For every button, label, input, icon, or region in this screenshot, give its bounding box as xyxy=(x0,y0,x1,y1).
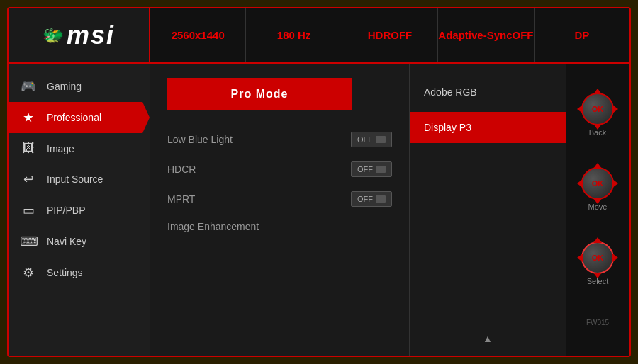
pro-mode-button[interactable]: Pro Mode xyxy=(167,78,352,110)
professional-icon: ★ xyxy=(20,110,37,125)
resolution-stat: 2560x1440 xyxy=(150,8,246,62)
toggle-indicator xyxy=(376,136,386,143)
input-source-icon: ↩ xyxy=(20,171,37,187)
scroll-up-arrow[interactable]: ▲ xyxy=(483,333,493,344)
right-arrow-icon-2 xyxy=(612,179,618,188)
mprt-row: MPRT OFF xyxy=(167,184,392,214)
sidebar-item-gaming[interactable]: 🎮 Gaming xyxy=(9,71,150,102)
navi-key-icon: ⌨ xyxy=(20,234,37,249)
sidebar-item-input-source[interactable]: ↩ Input Source xyxy=(9,164,150,195)
pip-pbp-label: PIP/PBP xyxy=(47,205,85,216)
ok-label-3: OK xyxy=(592,254,604,262)
left-arrow-icon-2 xyxy=(577,179,583,188)
display-p3-option[interactable]: Display P3 xyxy=(410,112,566,143)
settings-icon: ⚙ xyxy=(20,265,37,280)
sidebar-item-navi-key[interactable]: ⌨ Navi Key xyxy=(9,226,150,257)
refresh-rate-stat: 180 Hz xyxy=(246,8,342,62)
port-stat: DP xyxy=(535,8,629,62)
toggle-indicator-3 xyxy=(376,195,386,203)
sidebar: 🎮 Gaming ★ Professional 🖼 Image ↩ Input … xyxy=(9,64,150,356)
back-control: OK Back xyxy=(581,93,614,137)
monitor-frame: 🐲 msi 2560x1440 180 Hz HDROFF Adaptive-S… xyxy=(7,7,631,357)
top-stats: 2560x1440 180 Hz HDROFF Adaptive-SyncOFF… xyxy=(150,8,629,62)
panels-row: Pro Mode Low Blue Light OFF HDCR OFF xyxy=(150,64,566,356)
input-source-label: Input Source xyxy=(47,174,103,185)
dragon-icon: 🐲 xyxy=(43,25,64,45)
adaptive-sync-stat: Adaptive-SyncOFF xyxy=(438,8,534,62)
select-control: OK Select xyxy=(581,241,614,285)
right-arrow-icon xyxy=(612,105,618,113)
sidebar-item-image[interactable]: 🖼 Image xyxy=(9,133,150,164)
brand-logo: msi xyxy=(67,21,115,50)
low-blue-light-toggle[interactable]: OFF xyxy=(351,132,392,147)
mprt-toggle[interactable]: OFF xyxy=(351,191,392,207)
ok-label-2: OK xyxy=(592,179,604,188)
ok-label: OK xyxy=(592,105,604,113)
fw-version: FW015 xyxy=(586,319,609,326)
hdr-stat: HDROFF xyxy=(342,8,438,62)
content-area: Pro Mode Low Blue Light OFF HDCR OFF xyxy=(150,64,566,356)
right-panel: Adobe RGB Display P3 ▲ xyxy=(410,64,566,356)
image-label: Image xyxy=(47,143,74,154)
hdcr-label: HDCR xyxy=(167,164,340,175)
settings-label: Settings xyxy=(47,267,83,278)
professional-label: Professional xyxy=(47,112,101,123)
low-blue-light-row: Low Blue Light OFF xyxy=(167,125,392,154)
top-bar: 🐲 msi 2560x1440 180 Hz HDROFF Adaptive-S… xyxy=(9,8,629,64)
left-arrow-icon-3 xyxy=(577,254,583,262)
logo-area: 🐲 msi xyxy=(9,8,150,62)
sidebar-item-settings[interactable]: ⚙ Settings xyxy=(9,257,150,288)
mprt-label: MPRT xyxy=(167,193,340,205)
gaming-label: Gaming xyxy=(47,81,82,92)
select-dial[interactable]: OK xyxy=(581,241,614,274)
controls-panel: OK Back OK Move OK Select xyxy=(566,64,629,356)
image-enhancement-row: Image Enhancement xyxy=(167,214,392,239)
low-blue-light-label: Low Blue Light xyxy=(167,134,340,145)
move-control: OK Move xyxy=(581,167,614,211)
sidebar-item-professional[interactable]: ★ Professional xyxy=(9,102,150,133)
adobe-rgb-option[interactable]: Adobe RGB xyxy=(424,78,552,106)
left-arrow-icon xyxy=(577,105,583,113)
pip-pbp-icon: ▭ xyxy=(20,203,37,218)
navi-key-label: Navi Key xyxy=(47,236,86,247)
image-icon: 🖼 xyxy=(20,141,37,156)
move-dial[interactable]: OK xyxy=(581,167,614,200)
gaming-icon: 🎮 xyxy=(20,79,37,94)
image-enhancement-label: Image Enhancement xyxy=(167,221,392,232)
sidebar-item-pip-pbp[interactable]: ▭ PIP/PBP xyxy=(9,195,150,226)
hdcr-toggle[interactable]: OFF xyxy=(351,161,392,177)
hdcr-row: HDCR OFF xyxy=(167,154,392,184)
back-dial[interactable]: OK xyxy=(581,93,614,125)
right-arrow-icon-3 xyxy=(612,254,618,262)
center-panel: Pro Mode Low Blue Light OFF HDCR OFF xyxy=(150,64,410,356)
toggle-indicator-2 xyxy=(376,166,386,173)
main-content: 🎮 Gaming ★ Professional 🖼 Image ↩ Input … xyxy=(9,64,629,356)
